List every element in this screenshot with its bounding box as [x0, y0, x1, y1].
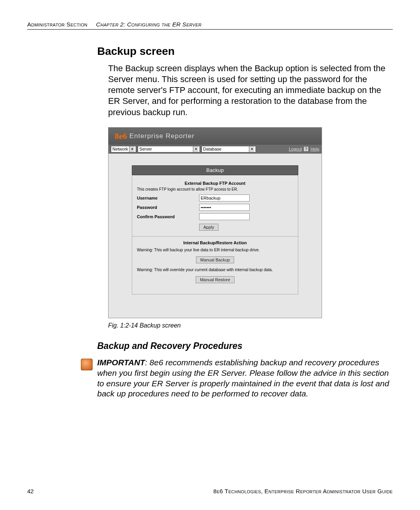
chevron-down-icon: ▼: [249, 146, 254, 152]
header-section: Administrator Section: [27, 21, 88, 28]
manual-backup-button[interactable]: Manual Backup: [196, 256, 234, 263]
backup-panel: External Backup FTP Account This creates…: [132, 175, 298, 294]
chevron-down-icon: ▼: [129, 146, 135, 152]
panel-title: Backup: [132, 165, 298, 175]
username-label: Username: [137, 196, 199, 200]
help-link[interactable]: Help: [310, 147, 319, 151]
help-icon[interactable]: ?: [303, 146, 309, 152]
password-label: Password: [137, 205, 199, 210]
important-icon: [81, 359, 93, 370]
menu-network[interactable]: Network ▼: [111, 146, 136, 152]
chevron-down-icon: ▼: [193, 146, 198, 152]
menu-server[interactable]: Server ▼: [138, 146, 200, 152]
page-number: 42: [27, 488, 34, 494]
confirm-password-label: Confirm Password: [137, 214, 199, 219]
app-title-bar: 8e6 Enterprise Reporter: [108, 128, 322, 145]
screenshot-figure: 8e6 Enterprise Reporter Network ▼ Server…: [108, 127, 322, 318]
confirm-password-input[interactable]: [199, 213, 250, 220]
important-label: IMPORTANT: [97, 358, 145, 367]
page-footer: 42 8e6 Technologies, Enterprise Reporter…: [27, 488, 393, 494]
backup-warning: Warning: This will backup your live data…: [137, 247, 293, 252]
running-header: Administrator Section Chapter 2: Configu…: [27, 21, 393, 30]
restore-section-title: Internal Backup/Restore Action: [137, 240, 293, 245]
subsection-heading: Backup and Recovery Procedures: [97, 341, 393, 351]
apply-button[interactable]: Apply: [199, 224, 219, 231]
footer-guide-title: 8e6 Technologies, Enterprise Reporter Ad…: [214, 488, 393, 494]
app-menu-bar: Network ▼ Server ▼ Database ▼ Logout ? H…: [108, 145, 322, 154]
menu-database-label: Database: [203, 147, 221, 151]
important-note: IMPORTANT: 8e6 recommends establishing b…: [81, 358, 393, 400]
password-input[interactable]: [199, 204, 250, 211]
ftp-section-title: External Backup FTP Account: [137, 181, 293, 186]
menu-database[interactable]: Database ▼: [201, 146, 256, 152]
restore-warning: Warning: This will override your current…: [137, 267, 293, 272]
header-chapter: Chapter 2: Configuring the ER Server: [96, 21, 201, 28]
logout-link[interactable]: Logout: [289, 147, 302, 151]
brand-logo: 8e6: [115, 131, 127, 141]
ftp-section-desc: This creates FTP login account to allow …: [137, 187, 293, 191]
section-title: Backup screen: [97, 45, 393, 58]
menu-server-label: Server: [139, 147, 152, 151]
menu-network-label: Network: [112, 147, 128, 151]
figure-caption: Fig. 1:2-14 Backup screen: [108, 322, 393, 329]
brand-name: Enterprise Reporter: [130, 132, 194, 140]
manual-restore-button[interactable]: Manual Restore: [196, 276, 234, 283]
intro-paragraph: The Backup screen displays when the Back…: [108, 63, 393, 118]
username-input[interactable]: [199, 195, 250, 202]
